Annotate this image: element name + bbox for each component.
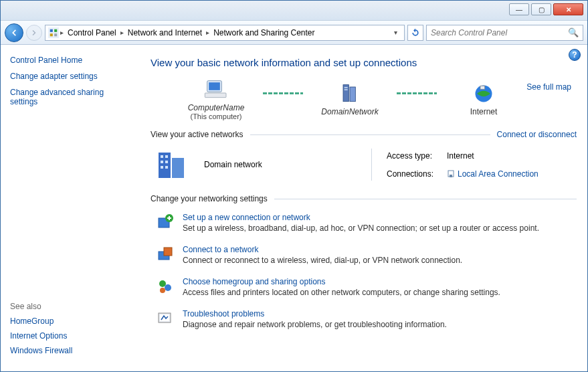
chevron-right-icon: ▸ [120,29,124,36]
forward-button[interactable] [26,25,42,41]
window-frame: — ▢ ✕ ▸ Control Panel ▸ Network and Inte… [0,0,588,372]
titlebar: — ▢ ✕ [1,1,587,21]
svg-rect-15 [161,155,163,158]
task-link[interactable]: Set up a new connection or network [183,213,539,222]
settings-header: Change your networking settings [151,194,577,203]
task-desc: Access files and printers located on oth… [183,288,500,297]
network-icon [48,27,59,38]
map-internet-label: Internet [470,107,498,116]
close-button[interactable]: ✕ [553,3,583,15]
building-icon [155,149,192,181]
map-computer-label: ComputerName [188,103,245,112]
sidebar-seealso: See also HomeGroup Internet Options Wind… [10,302,130,361]
svg-rect-3 [54,33,57,36]
active-networks-label: View your active networks [151,130,243,139]
maximize-button[interactable]: ▢ [531,3,551,15]
arrow-left-icon [9,28,19,37]
arrow-right-icon [30,29,38,37]
task-troubleshoot: Troubleshoot problems Diagnose and repai… [151,305,577,337]
svg-point-29 [160,288,165,293]
svg-rect-0 [50,29,53,31]
active-networks-header: View your active networks Connect or dis… [151,130,577,139]
svg-rect-1 [54,29,57,31]
seealso-internet-options[interactable]: Internet Options [10,331,130,341]
map-computer-sub: (This computer) [190,112,241,120]
task-link[interactable]: Connect to a network [183,245,462,254]
computer-icon [203,78,229,102]
settings-header-label: Change your networking settings [151,194,268,203]
svg-rect-12 [480,86,485,89]
network-map: ComputerName (This computer) DomainNetwo… [151,78,577,124]
active-network-row: Domain network Access type: Internet Con… [151,145,577,189]
task-setup-connection: Set up a new connection or network Set u… [151,209,577,241]
svg-rect-26 [164,248,172,256]
back-button[interactable] [5,23,23,42]
task-list: Set up a new connection or network Set u… [151,209,577,337]
map-internet[interactable]: Internet [437,82,530,116]
active-network-name: Domain network [204,160,262,169]
seealso-title: See also [10,302,130,311]
setup-connection-icon [156,213,175,231]
connections-label: Connections: [387,169,447,179]
connection-link-text: Local Area Connection [458,169,538,179]
task-connect-network: Connect to a network Connect or reconnec… [151,241,577,273]
troubleshoot-icon [156,309,175,328]
help-icon[interactable]: ? [569,49,581,61]
task-desc: Connect or reconnect to a wireless, wire… [183,256,462,265]
sidebar-link-adapter[interactable]: Change adapter settings [10,72,130,81]
rule [250,134,490,135]
content: ? View your basic network information an… [140,45,587,371]
task-link[interactable]: Troubleshoot problems [183,309,447,318]
ethernet-icon [447,169,455,179]
access-type-label: Access type: [387,151,447,161]
search-box[interactable]: 🔍 [426,25,583,41]
sidebar: Control Panel Home Change adapter settin… [1,45,140,371]
svg-rect-31 [160,314,169,321]
svg-rect-17 [161,161,163,163]
svg-rect-20 [165,166,168,169]
breadcrumb-seg[interactable]: Network and Sharing Center [211,28,317,37]
svg-rect-22 [450,175,452,177]
svg-point-27 [159,280,166,287]
chevron-right-icon: ▸ [206,29,209,36]
map-network[interactable]: DomainNetwork [303,82,397,116]
connection-link[interactable]: Local Area Connection [447,169,538,179]
svg-rect-19 [161,166,163,169]
svg-rect-14 [172,158,184,178]
svg-point-28 [165,284,171,291]
body: Control Panel Home Change adapter settin… [1,45,587,371]
breadcrumb-seg[interactable]: Control Panel [65,28,119,37]
connect-disconnect-link[interactable]: Connect or disconnect [497,130,577,139]
breadcrumb[interactable]: ▸ Control Panel ▸ Network and Internet ▸… [45,25,405,41]
svg-rect-9 [345,87,348,88]
search-input[interactable] [431,28,568,37]
map-link-line [263,92,303,94]
seealso-firewall[interactable]: Windows Firewall [10,346,130,355]
breadcrumb-seg[interactable]: Network and Internet [125,28,205,37]
access-type-value: Internet [447,151,538,161]
sidebar-link-sharing[interactable]: Change advanced sharing settings [10,88,130,106]
svg-rect-2 [50,33,53,36]
sidebar-home[interactable]: Control Panel Home [10,56,130,65]
page-title: View your basic network information and … [151,57,577,68]
homegroup-icon [156,277,175,296]
map-link-line [397,92,437,94]
globe-icon [470,82,497,106]
svg-rect-18 [165,161,168,163]
svg-rect-13 [159,153,171,178]
chevron-down-icon[interactable]: ▾ [390,29,401,36]
navbar: ▸ Control Panel ▸ Network and Internet ▸… [1,21,587,45]
connect-network-icon [156,245,175,264]
task-link[interactable]: Choose homegroup and sharing options [183,277,500,286]
svg-rect-8 [350,87,355,102]
refresh-button[interactable] [407,25,423,41]
task-desc: Set up a wireless, broadband, dial-up, a… [183,223,539,233]
map-computer[interactable]: ComputerName (This computer) [169,78,263,120]
svg-rect-6 [205,93,226,98]
seealso-homegroup[interactable]: HomeGroup [10,316,130,326]
map-network-label: DomainNetwork [321,107,378,116]
rule [274,199,577,199]
minimize-button[interactable]: — [509,3,529,15]
search-icon[interactable]: 🔍 [568,27,579,37]
active-network-left: Domain network [155,149,355,181]
